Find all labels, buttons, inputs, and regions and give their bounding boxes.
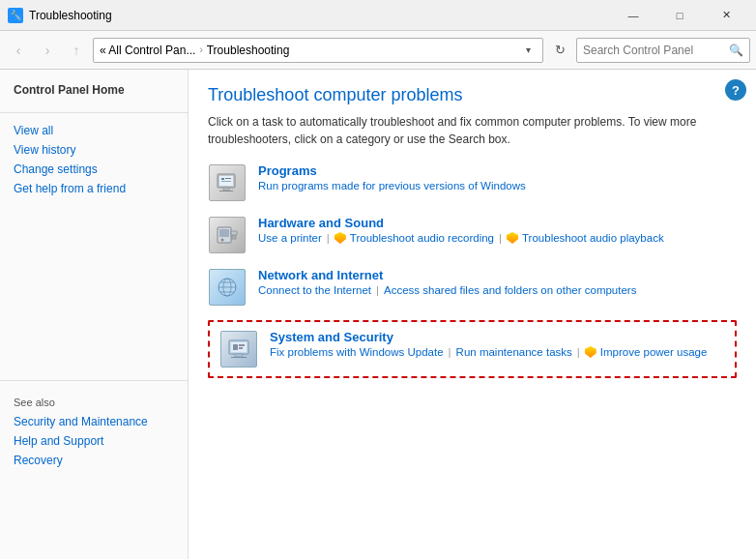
sidebar-title: Control Panel Home bbox=[0, 79, 188, 104]
use-printer-link[interactable]: Use a printer bbox=[258, 232, 322, 244]
sep3: | bbox=[376, 284, 379, 296]
app-icon-glyph: 🔧 bbox=[10, 10, 21, 20]
sidebar-item-help-support[interactable]: Help and Support bbox=[0, 431, 188, 451]
refresh-button[interactable]: ↻ bbox=[547, 38, 572, 63]
sidebar-divider-top bbox=[0, 112, 188, 113]
address-dropdown-button[interactable]: ▾ bbox=[519, 42, 537, 59]
close-button[interactable]: ✕ bbox=[704, 0, 748, 31]
system-security-icon bbox=[219, 330, 258, 368]
sidebar-item-get-help[interactable]: Get help from a friend bbox=[0, 179, 188, 198]
address-label1: « All Control Pan... bbox=[100, 44, 195, 57]
sidebar-item-recovery[interactable]: Recovery bbox=[0, 451, 188, 470]
hardware-links: Use a printer | Troubleshoot audio recor… bbox=[258, 232, 737, 244]
hardware-title[interactable]: Hardware and Sound bbox=[258, 216, 384, 230]
minimize-button[interactable]: — bbox=[611, 0, 655, 31]
sidebar-item-security-maintenance[interactable]: Security and Maintenance bbox=[0, 412, 188, 431]
svg-point-9 bbox=[221, 239, 224, 242]
hardware-content: Hardware and Sound Use a printer | Troub… bbox=[258, 216, 737, 244]
app-icon: 🔧 bbox=[8, 8, 23, 23]
window-title: Troubleshooting bbox=[29, 9, 611, 22]
toolbar: ‹ › ↑ « All Control Pan... › Troubleshoo… bbox=[0, 31, 756, 70]
improve-power-link[interactable]: Improve power usage bbox=[600, 346, 708, 358]
search-icon: 🔍 bbox=[729, 44, 743, 57]
up-button[interactable]: ↑ bbox=[64, 38, 89, 63]
category-network: Network and Internet Connect to the Inte… bbox=[208, 268, 737, 307]
address-label2: Troubleshooting bbox=[207, 44, 290, 57]
programs-title[interactable]: Programs bbox=[258, 163, 317, 178]
search-bar: 🔍 bbox=[576, 38, 750, 63]
sidebar-item-view-all[interactable]: View all bbox=[0, 121, 188, 140]
sep5: | bbox=[577, 346, 580, 358]
network-content: Network and Internet Connect to the Inte… bbox=[258, 268, 737, 296]
title-bar: 🔧 Troubleshooting — □ ✕ bbox=[0, 0, 756, 31]
category-hardware: Hardware and Sound Use a printer | Troub… bbox=[208, 216, 737, 254]
access-shared-files-link[interactable]: Access shared files and folders on other… bbox=[384, 284, 636, 296]
back-button[interactable]: ‹ bbox=[6, 38, 31, 63]
troubleshoot-audio-playback-link[interactable]: Troubleshoot audio playback bbox=[522, 232, 664, 244]
network-links: Connect to the Internet | Access shared … bbox=[258, 284, 737, 296]
svg-rect-22 bbox=[235, 354, 243, 357]
svg-rect-4 bbox=[221, 181, 231, 182]
help-icon[interactable]: ? bbox=[725, 79, 746, 101]
forward-button[interactable]: › bbox=[35, 38, 60, 63]
svg-rect-11 bbox=[232, 236, 236, 239]
run-programs-link[interactable]: Run programs made for previous versions … bbox=[258, 180, 526, 191]
connect-internet-link[interactable]: Connect to the Internet bbox=[258, 284, 371, 296]
programs-links: Run programs made for previous versions … bbox=[258, 180, 737, 191]
troubleshoot-audio-recording-link[interactable]: Troubleshoot audio recording bbox=[350, 232, 494, 244]
svg-rect-10 bbox=[231, 231, 237, 235]
category-system-security: System and Security Fix problems with Wi… bbox=[208, 320, 737, 378]
svg-rect-19 bbox=[233, 344, 238, 350]
address-path: « All Control Pan... › Troubleshooting bbox=[100, 44, 515, 57]
address-separator: › bbox=[199, 44, 202, 55]
shield-icon-1 bbox=[334, 232, 346, 244]
shield-icon-2 bbox=[507, 232, 518, 244]
sep4: | bbox=[449, 346, 451, 358]
svg-rect-5 bbox=[223, 188, 229, 191]
svg-rect-2 bbox=[221, 178, 224, 180]
maximize-button[interactable]: □ bbox=[657, 0, 702, 31]
sidebar-item-view-history[interactable]: View history bbox=[0, 140, 188, 160]
system-security-title[interactable]: System and Security bbox=[270, 330, 393, 344]
sep2: | bbox=[499, 232, 502, 244]
category-programs: Programs Run programs made for previous … bbox=[208, 163, 737, 202]
page-title: Troubleshoot computer problems bbox=[208, 85, 737, 105]
svg-rect-23 bbox=[231, 357, 247, 358]
window-controls: — □ ✕ bbox=[611, 0, 748, 31]
svg-rect-3 bbox=[225, 178, 231, 179]
programs-icon bbox=[208, 163, 247, 202]
svg-rect-20 bbox=[239, 344, 245, 346]
run-maintenance-link[interactable]: Run maintenance tasks bbox=[456, 346, 572, 358]
system-security-content: System and Security Fix problems with Wi… bbox=[270, 330, 725, 358]
sidebar: Control Panel Home View all View history… bbox=[0, 70, 189, 559]
fix-windows-update-link[interactable]: Fix problems with Windows Update bbox=[270, 346, 444, 358]
programs-content: Programs Run programs made for previous … bbox=[258, 163, 737, 191]
network-title[interactable]: Network and Internet bbox=[258, 268, 383, 282]
see-also-title: See also bbox=[0, 389, 188, 412]
network-icon bbox=[208, 268, 247, 307]
search-input[interactable] bbox=[583, 44, 729, 57]
svg-rect-8 bbox=[219, 229, 229, 237]
sidebar-divider-bottom bbox=[0, 380, 188, 381]
svg-rect-21 bbox=[239, 347, 243, 349]
shield-icon-3 bbox=[585, 346, 596, 358]
hardware-icon bbox=[208, 216, 247, 254]
main-layout: Control Panel Home View all View history… bbox=[0, 70, 756, 559]
content-area: ? Troubleshoot computer problems Click o… bbox=[189, 70, 756, 559]
address-bar[interactable]: « All Control Pan... › Troubleshooting ▾ bbox=[93, 38, 543, 63]
sep1: | bbox=[327, 232, 330, 244]
svg-rect-6 bbox=[219, 191, 233, 191]
sidebar-item-change-settings[interactable]: Change settings bbox=[0, 160, 188, 179]
page-description: Click on a task to automatically trouble… bbox=[208, 113, 711, 148]
system-security-links: Fix problems with Windows Update | Run m… bbox=[270, 346, 725, 358]
